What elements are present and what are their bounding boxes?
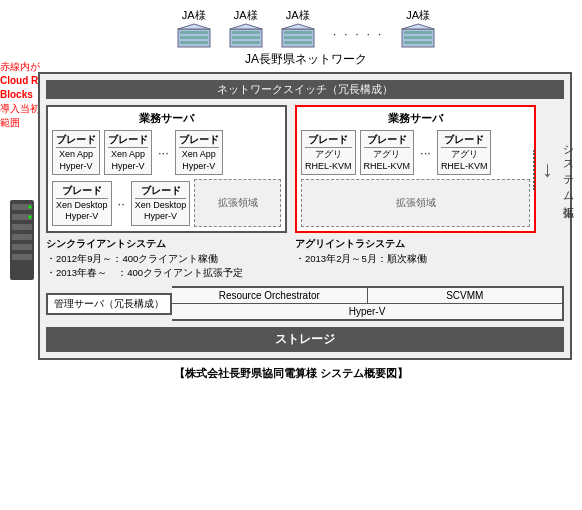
svg-rect-4	[12, 234, 32, 240]
caption: 【株式会社長野県協同電算様 システム概要図】	[8, 366, 574, 381]
physical-server	[8, 200, 36, 280]
ja-node-1: JA様	[177, 8, 211, 49]
left-server-block: 業務サーバ ブレード Xen App Hyper-V ブレード Xen App	[46, 105, 287, 233]
svg-rect-3	[12, 224, 32, 230]
mgmt-cell-orchestrator: Resource Orchestrator	[172, 288, 368, 303]
mgmt-right: Resource Orchestrator SCVMM Hyper-V	[172, 286, 564, 321]
dotted-line	[533, 150, 535, 190]
mgmt-cell-hyperv: Hyper-V	[172, 304, 562, 319]
left-server-title: 業務サーバ	[52, 111, 281, 126]
network-label: JA長野県ネットワーク	[8, 51, 574, 68]
network-switch-label: ネットワークスイッチ（冗長構成）	[217, 83, 393, 95]
ja-server-icon-1	[177, 23, 211, 49]
ja-node-4: JA様	[401, 8, 435, 49]
left-info-line2: ・2013年春～ ：400クライアント拡張予定	[46, 267, 243, 278]
outer-box: ネットワークスイッチ（冗長構成） 業務サーバ ブレード Xen App Hype…	[38, 72, 572, 360]
blade-app-5: Xen Desktop Hyper-V	[135, 200, 187, 223]
svg-rect-17	[232, 41, 260, 44]
server-row: 業務サーバ ブレード Xen App Hyper-V ブレード Xen App	[46, 105, 564, 233]
blade-app-2: Xen App Hyper-V	[108, 149, 148, 172]
system-expansion: システム拡張 →	[544, 105, 564, 233]
right-blade-label-2: ブレード	[364, 133, 411, 148]
network-switch-bar: ネットワークスイッチ（冗長構成）	[46, 80, 564, 99]
left-blade-row2: ブレード Xen Desktop Hyper-V ·· ブレード Xen Des…	[52, 179, 281, 227]
right-blade-app-2: アグリ RHEL-KVM	[364, 149, 411, 172]
blade-app-1: Xen App Hyper-V	[56, 149, 96, 172]
right-server-title: 業務サーバ	[301, 111, 530, 126]
blade-app-3: Xen App Hyper-V	[179, 149, 219, 172]
mgmt-label: 管理サーバ（冗長構成）	[46, 293, 172, 315]
blade-card-1: ブレード Xen App Hyper-V	[52, 130, 100, 175]
system-expansion-label: システム拡張	[561, 138, 576, 201]
right-blade-label-3: ブレード	[441, 133, 488, 148]
blade-label-3: ブレード	[179, 133, 219, 148]
right-blade-dots: ···	[418, 130, 433, 175]
right-blade-label-1: ブレード	[305, 133, 352, 148]
right-blade-row1: ブレード アグリ RHEL-KVM ブレード アグリ RHEL-KVM ·	[301, 130, 530, 175]
svg-rect-21	[284, 36, 312, 39]
right-server-block: 業務サーバ ブレード アグリ RHEL-KVM ブレード アグリ	[295, 105, 536, 233]
mgmt-row: 管理サーバ（冗長構成） Resource Orchestrator SCVMM …	[46, 286, 564, 321]
blade-dots-1: ···	[156, 130, 171, 175]
blade-label-4: ブレード	[56, 184, 108, 199]
ja-server-icon-3	[281, 23, 315, 49]
right-blade-card-2: ブレード アグリ RHEL-KVM	[360, 130, 415, 175]
svg-point-8	[29, 216, 32, 219]
blade-label-2: ブレード	[108, 133, 148, 148]
right-expansion: 拡張領域	[301, 179, 530, 227]
svg-rect-10	[180, 31, 208, 34]
ja-server-icon-4	[401, 23, 435, 49]
svg-rect-15	[232, 31, 260, 34]
blade-card-3: ブレード Xen App Hyper-V	[175, 130, 223, 175]
right-info-line1: ・2013年2月～5月：順次稼働	[295, 253, 427, 264]
svg-point-7	[29, 206, 32, 209]
right-blade-card-1: ブレード アグリ RHEL-KVM	[301, 130, 356, 175]
left-info-text: シンクライアントシステム ・2012年9月～：400クライアント稼働 ・2013…	[46, 237, 287, 280]
right-blade-app-1: アグリ RHEL-KVM	[305, 149, 352, 172]
left-expansion: 拡張領域	[194, 179, 281, 227]
annotation-line1: 赤線内が	[0, 61, 40, 72]
right-info-title: アグリイントラシステム	[295, 238, 405, 249]
right-blade-app-3: アグリ RHEL-KVM	[441, 149, 488, 172]
svg-marker-28	[402, 24, 434, 29]
right-blade-card-3: ブレード アグリ RHEL-KVM	[437, 130, 492, 175]
network-label-text: JA長野県ネットワーク	[245, 52, 367, 66]
svg-rect-27	[404, 41, 432, 44]
mgmt-top-row: Resource Orchestrator SCVMM	[172, 288, 562, 304]
blade-label-1: ブレード	[56, 133, 96, 148]
main-container: 赤線内が Cloud Ready Blocks 導入当初のご提供範囲 JA様	[0, 0, 582, 510]
blade-card-2: ブレード Xen App Hyper-V	[104, 130, 152, 175]
svg-rect-6	[12, 254, 32, 260]
blade-label-5: ブレード	[135, 184, 187, 199]
svg-rect-26	[404, 36, 432, 39]
svg-rect-22	[284, 41, 312, 44]
left-blade-row1: ブレード Xen App Hyper-V ブレード Xen App Hyper-…	[52, 130, 281, 175]
right-info-text: アグリイントラシステム ・2013年2月～5月：順次稼働	[295, 237, 536, 280]
svg-rect-20	[284, 31, 312, 34]
blade-dots-2: ··	[116, 196, 127, 211]
ja-nodes-row: JA様 JA様 JA様	[8, 8, 574, 49]
ja-node-3: JA様	[281, 8, 315, 49]
svg-marker-23	[282, 24, 314, 29]
svg-rect-16	[232, 36, 260, 39]
storage-bar: ストレージ	[46, 327, 564, 352]
svg-marker-18	[230, 24, 262, 29]
ja-label-2: JA様	[234, 8, 258, 23]
ja-label-1: JA様	[182, 8, 206, 23]
svg-rect-25	[404, 31, 432, 34]
ja-label-4: JA様	[406, 8, 430, 23]
blade-card-4: ブレード Xen Desktop Hyper-V	[52, 181, 112, 226]
svg-marker-13	[178, 24, 210, 29]
blade-card-5: ブレード Xen Desktop Hyper-V	[131, 181, 191, 226]
expansion-arrow-icon: →	[535, 160, 561, 182]
left-info-title: シンクライアントシステム	[46, 238, 166, 249]
ja-label-3: JA様	[286, 8, 310, 23]
ja-server-icon-2	[229, 23, 263, 49]
dots-separator: · · · · ·	[333, 26, 384, 41]
left-info-line1: ・2012年9月～：400クライアント稼働	[46, 253, 218, 264]
ja-node-2: JA様	[229, 8, 263, 49]
info-text-row: シンクライアントシステム ・2012年9月～：400クライアント稼働 ・2013…	[46, 237, 564, 280]
svg-rect-5	[12, 244, 32, 250]
svg-rect-12	[180, 41, 208, 44]
mgmt-cell-scvmm: SCVMM	[368, 288, 563, 303]
